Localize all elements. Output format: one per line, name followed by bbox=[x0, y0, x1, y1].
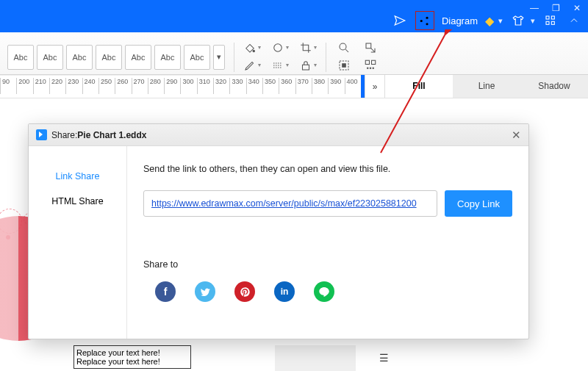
view-tools bbox=[335, 40, 379, 73]
share-dialog-header: Share: Pie Chart 1.eddx ✕ bbox=[29, 124, 528, 146]
copy-link-button[interactable]: Copy Link bbox=[445, 190, 512, 217]
svg-rect-13 bbox=[366, 43, 371, 48]
text-placeholder-box[interactable]: Replace your text here! Replace your tex… bbox=[74, 345, 191, 369]
svg-point-18 bbox=[373, 68, 374, 69]
apps-grid-icon[interactable] bbox=[542, 12, 559, 29]
line-icon[interactable] bbox=[314, 281, 334, 302]
grey-shape[interactable] bbox=[275, 345, 356, 371]
share-content: Send the link to others, then they can o… bbox=[127, 146, 528, 339]
ribbon-separator bbox=[234, 43, 234, 72]
ruler-tick: 270 bbox=[132, 78, 148, 94]
side-panel-tabs: Fill Line Shadow bbox=[385, 75, 588, 98]
dialog-title-prefix: Share: bbox=[51, 130, 77, 140]
placeholder-line: Replace your text here! bbox=[76, 357, 188, 366]
social-buttons: f in bbox=[143, 281, 512, 302]
svg-rect-15 bbox=[372, 60, 376, 64]
svg-rect-5 bbox=[546, 21, 549, 24]
ruler-tick: 310 bbox=[197, 78, 213, 94]
linkedin-icon[interactable]: in bbox=[274, 281, 295, 302]
link-share-tab[interactable]: Link Share bbox=[29, 164, 126, 189]
twitter-icon[interactable] bbox=[195, 281, 215, 302]
html-share-tab[interactable]: HTML Share bbox=[29, 189, 126, 214]
tab-shadow[interactable]: Shadow bbox=[520, 75, 588, 98]
circle-shape-icon[interactable]: ▾ bbox=[271, 40, 289, 56]
ruler-tick: 390 bbox=[328, 78, 344, 94]
tab-line[interactable]: Line bbox=[453, 75, 520, 98]
ruler-tick: 260 bbox=[115, 78, 131, 94]
style-preset[interactable]: Abc bbox=[125, 45, 151, 70]
title-bar-tools: Diagram ◆ ▾ ▾ bbox=[392, 11, 582, 30]
ribbon: Abc Abc Abc Abc Abc Abc Abc ▾ ▾ ▾ ▾ ▾ ▾ … bbox=[0, 32, 588, 75]
restore-button[interactable]: ❐ bbox=[552, 3, 560, 13]
style-preset[interactable]: Abc bbox=[154, 45, 181, 70]
window-controls: — ❐ ✕ bbox=[530, 3, 581, 13]
fill-bucket-icon[interactable]: ▾ bbox=[243, 40, 261, 56]
share-to-label: Share to bbox=[143, 259, 512, 270]
share-mode-list: Link Share HTML Share bbox=[29, 146, 127, 339]
style-preset[interactable]: Abc bbox=[37, 45, 63, 70]
title-bar: — ❐ ✕ Diagram ◆ ▾ ▾ bbox=[0, 0, 588, 32]
ribbon-separator bbox=[326, 43, 326, 72]
ruler-tick: 90 bbox=[0, 78, 16, 94]
collapse-panel-button[interactable]: » bbox=[365, 75, 385, 98]
placeholder-line: Replace your text here! bbox=[76, 348, 188, 357]
mid-row: 9020021022023024025026027028029030031032… bbox=[0, 75, 588, 98]
send-icon[interactable] bbox=[392, 12, 408, 29]
shirt-dropdown-caret[interactable]: ▾ bbox=[531, 16, 535, 26]
ruler-tick: 360 bbox=[279, 78, 295, 94]
svg-rect-12 bbox=[343, 63, 346, 67]
horizontal-ruler: 9020021022023024025026027028029030031032… bbox=[0, 75, 361, 98]
minimize-button[interactable]: — bbox=[530, 3, 539, 13]
close-icon[interactable]: ✕ bbox=[512, 129, 521, 142]
style-preset[interactable]: Abc bbox=[66, 45, 93, 70]
style-preset[interactable]: Abc bbox=[184, 45, 210, 70]
ruler-tick: 220 bbox=[49, 78, 65, 94]
diagram-label[interactable]: Diagram bbox=[442, 15, 478, 26]
pencil-icon[interactable]: ▾ bbox=[243, 57, 261, 73]
ruler-tick: 380 bbox=[312, 78, 328, 94]
crop-icon[interactable]: ▾ bbox=[299, 40, 317, 56]
search-icon[interactable] bbox=[335, 40, 353, 56]
line-style-icon[interactable]: ▾ bbox=[271, 57, 289, 73]
ruler-tick: 370 bbox=[295, 78, 312, 94]
ruler-tick: 230 bbox=[65, 78, 82, 94]
share-link-field[interactable]: https://www.edrawmax.com/server/public/s… bbox=[143, 190, 437, 217]
ruler-tick: 250 bbox=[98, 78, 115, 94]
share-icon[interactable] bbox=[415, 11, 434, 30]
ruler-tick: 320 bbox=[213, 78, 229, 94]
components-icon[interactable] bbox=[362, 57, 379, 73]
link-row: https://www.edrawmax.com/server/public/s… bbox=[143, 190, 512, 217]
ruler-tick: 280 bbox=[148, 78, 164, 94]
svg-point-1 bbox=[426, 16, 429, 18]
shirt-icon[interactable] bbox=[510, 12, 526, 29]
svg-point-10 bbox=[340, 43, 346, 50]
ruler-tick: 290 bbox=[164, 78, 180, 94]
style-preset[interactable]: Abc bbox=[96, 45, 122, 70]
ruler-tick: 340 bbox=[246, 78, 262, 94]
select-all-icon[interactable] bbox=[335, 57, 353, 73]
svg-point-16 bbox=[368, 68, 369, 69]
style-gallery[interactable]: Abc Abc Abc Abc Abc Abc Abc ▾ bbox=[7, 45, 225, 70]
svg-rect-6 bbox=[551, 21, 554, 24]
ruler-tick: 350 bbox=[262, 78, 279, 94]
diagram-dropdown-caret[interactable]: ▾ bbox=[498, 16, 503, 26]
pinterest-icon[interactable] bbox=[234, 281, 255, 302]
svg-point-2 bbox=[426, 23, 429, 25]
diamond-icon[interactable]: ◆ bbox=[485, 14, 494, 28]
ruler-tick: 400 bbox=[345, 78, 361, 94]
collapse-ribbon-icon[interactable] bbox=[566, 12, 582, 29]
facebook-icon[interactable]: f bbox=[155, 281, 176, 302]
ruler-tick: 210 bbox=[33, 78, 49, 94]
share-dialog-body: Link Share HTML Share Send the link to o… bbox=[29, 146, 528, 339]
svg-rect-4 bbox=[551, 16, 554, 19]
tab-fill[interactable]: Fill bbox=[385, 75, 453, 98]
ruler-tick: 330 bbox=[229, 78, 245, 94]
svg-point-17 bbox=[370, 68, 371, 69]
align-icon[interactable]: ☰ bbox=[379, 352, 389, 364]
replace-icon[interactable] bbox=[362, 40, 379, 56]
svg-point-7 bbox=[253, 50, 254, 51]
style-preset[interactable]: Abc bbox=[7, 45, 34, 70]
style-gallery-more[interactable]: ▾ bbox=[213, 45, 225, 70]
close-window-button[interactable]: ✕ bbox=[573, 3, 581, 13]
lock-icon[interactable]: ▾ bbox=[299, 57, 317, 73]
